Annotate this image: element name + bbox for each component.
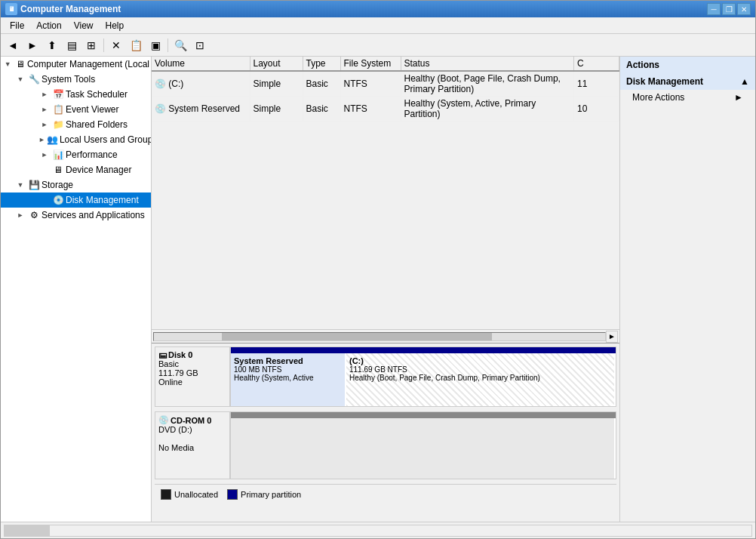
disk0-part-c[interactable]: (C:) 111.69 GB NTFS Healthy (Boot, Page … — [346, 353, 616, 406]
menu-file[interactable]: File — [4, 19, 30, 32]
col-header-filesystem[interactable]: File System — [340, 57, 401, 71]
minimize-button[interactable]: ─ — [707, 3, 721, 15]
disk0-icon: 🖴 — [158, 350, 167, 359]
row0-layout: Simple — [250, 71, 303, 97]
restore-button[interactable]: ❐ — [722, 3, 736, 15]
toolbar-delete[interactable]: ✕ — [107, 37, 125, 54]
tree-performance-label: Performance — [66, 149, 118, 160]
row1-status: Healthy (System, Active, Primary Partiti… — [401, 97, 574, 122]
tree-shared-folders-icon: 📁 — [52, 119, 64, 131]
title-bar-left: 🖥 Computer Management — [5, 3, 121, 15]
status-hscroll[interactable] — [4, 525, 752, 537]
status-bar — [1, 522, 755, 538]
content-area: Volume Layout Type File System Status C — [152, 57, 619, 522]
tree-shared-folders[interactable]: ► 📁 Shared Folders — [1, 117, 151, 132]
menu-view[interactable]: View — [68, 19, 100, 32]
row0-fs: NTFS — [340, 71, 401, 97]
toolbar-back[interactable]: ◄ — [4, 37, 22, 54]
table-hscroll[interactable]: ► — [152, 329, 619, 343]
disk0-c-status: Healthy (Boot, Page File, Crash Dump, Pr… — [349, 374, 611, 382]
tree-shared-folders-expander[interactable]: ► — [38, 119, 51, 131]
toolbar-grid[interactable]: ⊞ — [82, 37, 100, 54]
table-row[interactable]: 💿 System Reserved Simple Basic NTFS Heal… — [152, 97, 619, 122]
tree-storage-expander[interactable]: ▼ — [14, 179, 26, 191]
row0-vol-icon: 💿 — [155, 79, 168, 89]
tree-storage[interactable]: ▼ 💾 Storage — [1, 177, 151, 192]
disk0-c-title: (C:) — [349, 356, 611, 365]
disk0-name: 🖴 Disk 0 — [158, 350, 226, 359]
disk0-row: 🖴 Disk 0 Basic 111.79 GB Online System R… — [155, 346, 616, 407]
tree-device-manager[interactable]: 🖥 Device Manager — [1, 162, 151, 177]
tree-disk-mgmt-label: Disk Management — [66, 195, 139, 205]
cdrom0-media: No Media — [158, 443, 226, 452]
tree-services-expander[interactable]: ► — [14, 209, 26, 221]
tree-root[interactable]: ▼ 🖥 Computer Management (Local — [1, 57, 151, 72]
actions-disk-mgmt-label: Disk Management — [626, 76, 703, 87]
close-button[interactable]: ✕ — [737, 3, 751, 15]
tree-performance[interactable]: ► 📊 Performance — [1, 147, 151, 162]
disk0-part-reserved[interactable]: System Reserved 100 MB NTFS Healthy (Sys… — [231, 353, 346, 406]
tree-panel: ▼ 🖥 Computer Management (Local ▼ 🔧 Syste… — [1, 57, 152, 522]
menu-action[interactable]: Action — [30, 19, 67, 32]
col-header-status[interactable]: Status — [401, 57, 574, 71]
row1-layout: Simple — [250, 97, 303, 122]
row1-type: Basic — [303, 97, 340, 122]
disk0-parts-row: System Reserved 100 MB NTFS Healthy (Sys… — [231, 353, 616, 406]
tree-disk-mgmt-icon: 💿 — [52, 194, 64, 206]
legend-primary-swatch — [227, 489, 238, 500]
tree-system-tools[interactable]: ▼ 🔧 System Tools — [1, 72, 151, 87]
toolbar-separator-2 — [167, 38, 168, 52]
tree-event-viewer-expander[interactable]: ► — [38, 103, 51, 116]
title-bar-buttons: ─ ❐ ✕ — [707, 3, 751, 15]
tree-local-users-expander[interactable]: ► — [38, 134, 45, 146]
tree-services-apps[interactable]: ► ⚙ Services and Applications — [1, 208, 151, 223]
actions-more-actions[interactable]: More Actions ► — [620, 90, 755, 105]
main-area: ▼ 🖥 Computer Management (Local ▼ 🔧 Syste… — [1, 57, 755, 522]
row1-volume: 💿 System Reserved — [152, 97, 250, 122]
row1-vol-icon: 💿 — [155, 103, 168, 114]
tree-task-scheduler[interactable]: ► 📅 Task Scheduler — [1, 87, 151, 102]
disk0-reserved-size: 100 MB NTFS — [234, 365, 342, 374]
tree-task-scheduler-expander[interactable]: ► — [38, 88, 51, 100]
col-header-type[interactable]: Type — [303, 57, 340, 71]
toolbar-refresh[interactable]: ▣ — [146, 37, 164, 54]
cdrom0-name: 💿 CD-ROM 0 — [158, 415, 226, 425]
toolbar-show-hide[interactable]: ▤ — [63, 37, 81, 54]
tree-event-viewer-label: Event Viewer — [66, 104, 118, 115]
toolbar: ◄ ► ⬆ ▤ ⊞ ✕ 📋 ▣ 🔍 ⊡ — [1, 34, 755, 57]
main-window: 🖥 Computer Management ─ ❐ ✕ File Action … — [0, 0, 756, 539]
cdrom0-topbar — [231, 412, 616, 418]
col-header-volume[interactable]: Volume — [152, 57, 250, 71]
col-header-layout[interactable]: Layout — [250, 57, 303, 71]
cdrom0-type: DVD (D:) — [158, 425, 226, 434]
toolbar-search[interactable]: 🔍 — [171, 37, 189, 54]
toolbar-properties[interactable]: 📋 — [127, 37, 145, 54]
col-header-cap[interactable]: C — [574, 57, 619, 71]
tree-local-users[interactable]: ► 👥 Local Users and Groups — [1, 132, 151, 147]
disk0-status: Online — [158, 377, 226, 387]
tree-local-users-label: Local Users and Groups — [60, 134, 152, 145]
cdrom0-name-label: CD-ROM 0 — [171, 416, 211, 425]
toolbar-extra[interactable]: ⊡ — [191, 37, 209, 54]
tree-system-tools-expander[interactable]: ▼ — [14, 73, 26, 85]
menu-help[interactable]: Help — [100, 19, 131, 32]
toolbar-up[interactable]: ⬆ — [43, 37, 61, 54]
toolbar-forward[interactable]: ► — [23, 37, 41, 54]
row0-status: Healthy (Boot, Page File, Crash Dump, Pr… — [401, 71, 574, 97]
cdrom0-empty — [231, 418, 616, 479]
disk-table: Volume Layout Type File System Status C — [152, 57, 619, 122]
cdrom0-partitions — [230, 411, 616, 479]
app-icon: 🖥 — [5, 3, 17, 15]
actions-disk-mgmt-section[interactable]: Disk Management ▲ — [620, 73, 755, 90]
tree-disk-management[interactable]: 💿 Disk Management — [1, 192, 151, 208]
tree-storage-label: Storage — [41, 180, 73, 190]
hscroll-right[interactable]: ► — [606, 331, 618, 343]
tree-root-expander[interactable]: ▼ — [2, 58, 13, 70]
tree-device-manager-expander — [38, 164, 51, 176]
table-scroll[interactable]: Volume Layout Type File System Status C — [152, 57, 619, 329]
tree-services-label: Services and Applications — [41, 210, 145, 220]
table-row[interactable]: 💿 (C:) Simple Basic NTFS Healthy (Boot, … — [152, 71, 619, 97]
toolbar-separator-1 — [103, 38, 104, 52]
tree-performance-expander[interactable]: ► — [38, 149, 51, 161]
tree-event-viewer[interactable]: ► 📋 Event Viewer — [1, 102, 151, 117]
